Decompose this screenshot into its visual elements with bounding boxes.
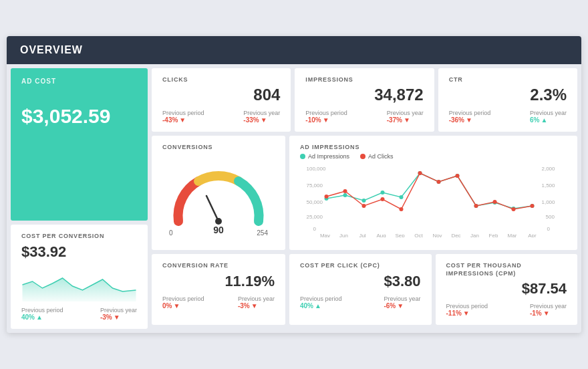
cost-per-conversion-value: $33.92 xyxy=(21,243,137,261)
ad-cost-prev-year-value: -3% ▼ xyxy=(100,314,137,321)
cost-per-conversion-card: COST PER CONVERSION $33.92 Prev xyxy=(11,225,148,329)
conversion-rate-prev-period: Previous period 0% ▼ xyxy=(162,295,204,310)
bottom-row: CONVERSION RATE 11.19% Previous period 0… xyxy=(152,254,577,325)
impressions-label: IMPRESSIONS xyxy=(305,76,423,83)
svg-point-1 xyxy=(215,218,222,225)
svg-text:100,000: 100,000 xyxy=(307,166,326,172)
conversion-rate-prev-row: Previous period 0% ▼ Previous year -3% ▼ xyxy=(162,295,275,310)
svg-text:Apr: Apr xyxy=(528,233,537,237)
impressions-prev-period: Previous period -10% ▼ xyxy=(305,110,347,124)
ctr-value: 2.3% xyxy=(449,86,567,104)
middle-row: CONVERSIONS xyxy=(152,136,577,250)
ctr-label: CTR xyxy=(449,76,567,83)
svg-point-33 xyxy=(493,200,497,204)
svg-text:500: 500 xyxy=(546,214,555,220)
svg-text:25,000: 25,000 xyxy=(307,214,323,220)
ad-impressions-label: AD IMPRESSIONS xyxy=(300,144,567,150)
svg-text:Jun: Jun xyxy=(339,233,348,237)
svg-point-27 xyxy=(381,197,385,201)
ctr-prev-year: Previous year 6% ▲ xyxy=(530,110,567,124)
svg-point-28 xyxy=(400,207,404,211)
cpm-label: COST PER THOUSAND IMPRESSIONS (CPM) xyxy=(446,262,567,277)
ad-cost-prev-row: Previous period 40% ▲ Previous year -3% … xyxy=(21,307,137,321)
cpm-value: $87.54 xyxy=(446,280,567,297)
ad-cost-label: AD COST xyxy=(21,78,137,85)
line-chart: 100,000 75,000 50,000 25,000 0 2,000 1,5… xyxy=(300,164,567,237)
header-title: OVERVIEW xyxy=(20,44,83,55)
chart-legend: Ad Impressions Ad Clicks xyxy=(300,153,567,160)
impressions-prev-year: Previous year -37% ▼ xyxy=(387,110,424,124)
gauge-labels: 0 254 xyxy=(162,229,275,237)
sparkline-chart xyxy=(21,265,137,301)
cost-per-click-value: $3.80 xyxy=(300,273,421,290)
clicks-prev-period: Previous period -43% ▼ xyxy=(162,110,204,124)
ad-cost-card: AD COST $3,052.59 xyxy=(11,68,148,221)
dashboard: OVERVIEW AD COST $3,052.59 COST PER CONV… xyxy=(7,36,581,333)
cost-per-click-card: COST PER CLICK (CPC) $3.80 Previous peri… xyxy=(289,254,432,325)
svg-point-25 xyxy=(343,189,347,193)
svg-text:0: 0 xyxy=(313,226,317,232)
conversion-rate-label: CONVERSION RATE xyxy=(162,262,275,270)
ad-impressions-card: AD IMPRESSIONS Ad Impressions Ad Clicks xyxy=(289,136,577,250)
svg-point-35 xyxy=(531,204,535,208)
svg-text:Jan: Jan xyxy=(470,233,479,237)
svg-point-16 xyxy=(400,195,404,199)
cost-per-click-label: COST PER CLICK (CPC) xyxy=(300,262,421,270)
gauge-chart: 90 xyxy=(165,161,272,235)
svg-text:Sep: Sep xyxy=(395,233,405,237)
clicks-label: CLICKS xyxy=(162,76,280,83)
svg-text:Dec: Dec xyxy=(451,233,460,237)
clicks-value: 804 xyxy=(162,86,280,104)
conversion-rate-prev-year: Previous year -3% ▼ xyxy=(238,295,275,310)
clicks-prev-year: Previous year -33% ▼ xyxy=(243,110,280,124)
legend-clicks-dot xyxy=(360,154,365,159)
impressions-value: 34,872 xyxy=(305,86,423,104)
ad-cost-prev-period-label: Previous period xyxy=(21,307,63,314)
svg-text:1,500: 1,500 xyxy=(542,182,556,189)
cpm-card: COST PER THOUSAND IMPRESSIONS (CPM) $87.… xyxy=(436,254,578,325)
gauge-container: 90 0 254 xyxy=(162,156,275,242)
svg-point-29 xyxy=(418,171,422,175)
svg-point-26 xyxy=(362,204,366,208)
ad-cost-prev-period: Previous period 40% ▲ xyxy=(21,307,63,321)
header: OVERVIEW xyxy=(7,36,581,64)
conversions-card: CONVERSIONS xyxy=(152,136,285,250)
svg-text:May: May xyxy=(320,233,330,237)
conversion-rate-value: 11.19% xyxy=(162,273,275,290)
svg-line-0 xyxy=(206,196,218,221)
svg-text:Aug: Aug xyxy=(376,233,386,237)
svg-text:Feb: Feb xyxy=(489,233,498,237)
svg-text:Nov: Nov xyxy=(432,233,442,237)
ad-cost-prev-period-value: 40% ▲ xyxy=(21,314,63,321)
clicks-prev-row: Previous period -43% ▼ Previous year -33… xyxy=(162,110,280,124)
right-panel: CLICKS 804 Previous period -43% ▼ Previo… xyxy=(152,68,577,325)
cost-per-click-prev-period: Previous period 40% ▲ xyxy=(300,295,342,310)
ad-cost-value: $3,052.59 xyxy=(21,105,137,128)
cpm-prev-period: Previous period -11% ▼ xyxy=(446,303,488,317)
legend-impressions-label: Ad Impressions xyxy=(308,153,349,160)
svg-text:2,000: 2,000 xyxy=(542,166,556,172)
svg-point-31 xyxy=(456,174,460,178)
legend-clicks-label: Ad Clicks xyxy=(368,153,394,160)
svg-text:50,000: 50,000 xyxy=(307,199,323,205)
impressions-prev-row: Previous period -10% ▼ Previous year -37… xyxy=(305,110,423,124)
ctr-prev-row: Previous period -36% ▼ Previous year 6% … xyxy=(449,110,567,124)
svg-text:Oct: Oct xyxy=(414,233,423,237)
svg-text:1,000: 1,000 xyxy=(542,199,556,205)
conversion-rate-card: CONVERSION RATE 11.19% Previous period 0… xyxy=(152,254,285,325)
legend-impressions: Ad Impressions xyxy=(300,153,349,160)
gauge-max: 254 xyxy=(257,229,268,237)
svg-text:Jul: Jul xyxy=(359,233,365,237)
svg-point-14 xyxy=(362,199,366,203)
svg-point-30 xyxy=(437,180,441,184)
clicks-card: CLICKS 804 Previous period -43% ▼ Previo… xyxy=(152,68,291,132)
svg-text:0: 0 xyxy=(547,226,551,232)
cost-per-click-prev-row: Previous period 40% ▲ Previous year -6% … xyxy=(300,295,421,310)
conversions-label: CONVERSIONS xyxy=(162,144,275,150)
ctr-prev-period: Previous period -36% ▼ xyxy=(449,110,491,124)
impressions-card: IMPRESSIONS 34,872 Previous period -10% … xyxy=(295,68,434,132)
cpm-prev-year: Previous year -1% ▼ xyxy=(530,303,567,317)
svg-point-15 xyxy=(381,191,385,195)
legend-clicks: Ad Clicks xyxy=(360,153,394,160)
svg-text:Mar: Mar xyxy=(508,233,517,237)
